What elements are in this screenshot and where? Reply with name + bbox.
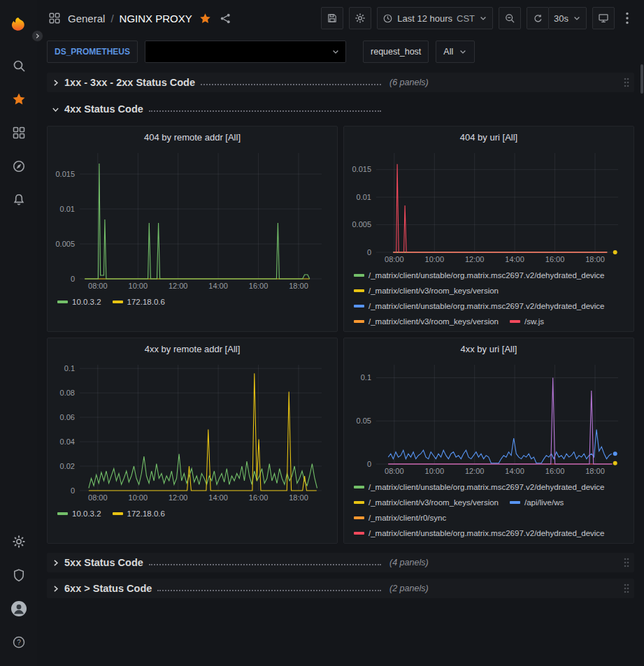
refresh-interval-label: 30s xyxy=(554,13,568,24)
svg-text:0.08: 0.08 xyxy=(60,389,75,397)
grafana-logo[interactable] xyxy=(5,11,33,39)
chevron-down-icon xyxy=(51,105,60,114)
sidebar-item-help[interactable]: ? xyxy=(5,628,33,656)
svg-text:16:00: 16:00 xyxy=(249,493,269,502)
svg-text:10:00: 10:00 xyxy=(425,467,445,475)
request-host-value-select[interactable]: All xyxy=(436,41,475,63)
timeseries-chart[interactable]: 00.020.040.060.080.108:0010:0012:0014:00… xyxy=(52,359,330,503)
legend-item[interactable]: /_matrix/client/v3/room_keys/version xyxy=(354,495,499,509)
legend-series-name: 172.18.0.6 xyxy=(127,509,165,518)
clock-icon xyxy=(382,13,393,24)
sidebar-expand-button[interactable] xyxy=(31,30,43,42)
legend-item[interactable]: 10.0.3.2 xyxy=(57,295,101,309)
legend-series-color xyxy=(354,516,364,519)
legend-item[interactable]: /_matrix/client/unstable/org.matrix.msc2… xyxy=(354,268,605,282)
dashboards-grid-icon xyxy=(12,126,26,140)
legend-series-color xyxy=(354,274,364,277)
panel-header[interactable]: 404 by remote addr [All] xyxy=(48,126,337,147)
row-header-4xx[interactable]: 4xx Status Code xyxy=(47,99,634,119)
grafana-logo-icon xyxy=(9,16,28,35)
chevron-right-icon xyxy=(51,584,60,593)
row-header-6xx[interactable]: 6xx > Status Code (2 panels) xyxy=(47,579,634,598)
panel-header[interactable]: 404 by uri [All] xyxy=(344,126,634,147)
save-icon xyxy=(327,13,338,24)
panel-header[interactable]: 4xx by uri [All] xyxy=(344,338,634,359)
panel-header[interactable]: 4xx by remote addr [All] xyxy=(48,338,337,359)
dashboard-title[interactable]: NGINX PROXY xyxy=(120,13,192,24)
timeseries-chart[interactable]: 00.050.108:0010:0012:0014:0016:0018:00 xyxy=(348,359,627,477)
share-dashboard-button[interactable] xyxy=(218,11,233,26)
legend-series-color xyxy=(57,301,68,303)
legend-series-name: /_matrix/client/unstable/org.matrix.msc2… xyxy=(368,529,605,537)
refresh-interval-picker[interactable]: 30s xyxy=(548,7,587,29)
sidebar-item-search[interactable] xyxy=(5,52,33,80)
chevron-right-icon xyxy=(34,33,41,39)
datasource-value-select[interactable] xyxy=(145,41,346,63)
legend-item[interactable]: 172.18.0.6 xyxy=(113,507,165,521)
tv-mode-button[interactable] xyxy=(592,7,615,29)
row-header-5xx[interactable]: 5xx Status Code (4 panels) xyxy=(47,553,634,572)
row-drag-handle[interactable] xyxy=(623,557,630,568)
dashboard-variables-bar: DS_PROMETHEUS request_host All xyxy=(37,36,644,67)
svg-text:14:00: 14:00 xyxy=(505,255,524,263)
legend-item[interactable]: /sw.js xyxy=(510,314,544,328)
svg-text:0.04: 0.04 xyxy=(60,437,75,446)
sidebar-item-server-admin[interactable] xyxy=(5,561,33,589)
legend-item[interactable]: /_matrix/client/v3/room_keys/version xyxy=(354,284,499,298)
breadcrumb-folder[interactable]: General xyxy=(68,13,105,24)
chevron-down-icon xyxy=(459,48,467,56)
legend-item[interactable]: 172.18.0.6 xyxy=(113,295,165,309)
svg-text:14:00: 14:00 xyxy=(208,493,228,502)
sidebar-item-settings[interactable] xyxy=(5,528,33,556)
variable-label-request-host[interactable]: request_host xyxy=(363,41,429,63)
svg-text:0.06: 0.06 xyxy=(60,413,75,421)
time-range-picker[interactable]: Last 12 hours CST xyxy=(377,7,493,29)
legend-item[interactable]: /_matrix/client/r0/sync xyxy=(354,511,446,525)
legend-item[interactable]: 10.0.3.2 xyxy=(57,507,101,521)
sidebar-item-explore[interactable] xyxy=(5,152,33,180)
svg-text:0: 0 xyxy=(367,248,371,256)
bell-icon xyxy=(12,193,26,207)
legend-series-name: 10.0.3.2 xyxy=(72,298,101,306)
row-drag-handle[interactable] xyxy=(623,583,630,594)
legend-series-name: /_matrix/client/unstable/org.matrix.msc2… xyxy=(368,271,605,280)
time-range-label: Last 12 hours xyxy=(397,13,452,24)
chart-canvas: 00.0050.010.01508:0010:0012:0014:0016:00… xyxy=(52,147,330,291)
monitor-icon xyxy=(598,13,609,24)
legend-item[interactable]: /_matrix/client/unstable/org.matrix.msc2… xyxy=(354,480,605,494)
more-options-button[interactable] xyxy=(620,7,634,29)
favorite-star-button[interactable] xyxy=(198,11,213,26)
variable-label-ds-prometheus[interactable]: DS_PROMETHEUS xyxy=(47,41,138,63)
legend-item[interactable]: /_matrix/client/unstable/org.matrix.msc2… xyxy=(354,526,605,540)
panel-404-by-remote-addr: 404 by remote addr [All] 00.0050.010.015… xyxy=(47,126,338,332)
legend-series-color xyxy=(354,305,364,307)
row-drag-handle[interactable] xyxy=(623,77,630,88)
sidebar-item-starred[interactable] xyxy=(5,85,33,113)
legend-series-color xyxy=(113,512,123,515)
chevron-down-icon xyxy=(479,14,487,22)
sidebar: ? xyxy=(0,0,37,666)
row-leader-dots xyxy=(157,590,381,591)
sidebar-item-alerting[interactable] xyxy=(5,186,33,214)
sidebar-item-profile[interactable] xyxy=(5,595,33,623)
zoom-out-time-button[interactable] xyxy=(499,7,521,29)
svg-text:0.1: 0.1 xyxy=(361,373,371,382)
avatar xyxy=(10,600,27,617)
scrollbar-thumb[interactable] xyxy=(641,64,643,94)
panel-4xx-by-uri: 4xx by uri [All] 00.050.108:0010:0012:00… xyxy=(343,338,634,544)
legend-item[interactable]: /_matrix/client/unstable/org.matrix.msc2… xyxy=(354,299,605,313)
star-icon xyxy=(199,13,211,24)
svg-text:16:00: 16:00 xyxy=(249,282,269,290)
save-dashboard-button[interactable] xyxy=(321,7,343,29)
dashboard-settings-button[interactable] xyxy=(349,7,371,29)
legend-item[interactable]: /_matrix/client/v3/room_keys/version xyxy=(354,314,499,328)
timeseries-chart[interactable]: 00.0050.010.01508:0010:0012:0014:0016:00… xyxy=(52,147,330,291)
legend-series-name: /_matrix/client/unstable/org.matrix.msc2… xyxy=(368,483,605,491)
svg-text:12:00: 12:00 xyxy=(465,255,485,263)
refresh-button[interactable] xyxy=(527,7,549,29)
sidebar-item-dashboards[interactable] xyxy=(5,119,33,147)
legend-item[interactable]: /api/live/ws xyxy=(510,495,564,509)
svg-text:18:00: 18:00 xyxy=(289,493,308,502)
row-header-1xx-3xx-2xx[interactable]: 1xx - 3xx - 2xx Status Code (6 panels) xyxy=(47,73,634,92)
timeseries-chart[interactable]: 00.0050.010.01508:0010:0012:0014:0016:00… xyxy=(348,147,627,265)
